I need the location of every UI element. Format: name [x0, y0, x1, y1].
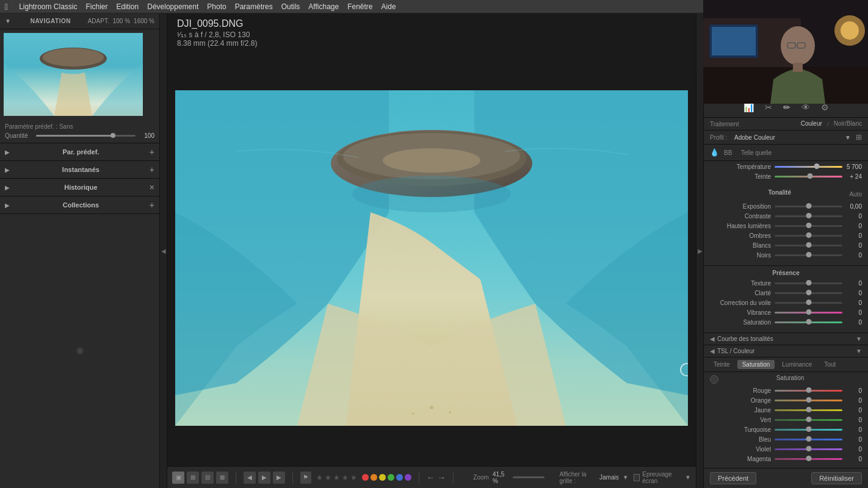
tsl-tab-luminance[interactable]: Luminance [777, 360, 817, 369]
settings-icon[interactable]: ⚙ [821, 102, 829, 112]
menu-affichage[interactable]: Affichage [308, 2, 339, 11]
temperature-track[interactable] [775, 166, 842, 168]
section-historique-header[interactable]: ▶ Historique × [0, 179, 159, 196]
correction-voile-thumb[interactable] [806, 300, 811, 305]
bleu-thumb[interactable] [806, 436, 811, 442]
menu-outils[interactable]: Outils [281, 2, 300, 11]
texture-track[interactable] [775, 282, 842, 284]
star1[interactable]: ★ [316, 473, 323, 482]
clarte-thumb[interactable] [806, 290, 811, 295]
par-predef-add[interactable]: + [150, 147, 154, 157]
blancs-track[interactable] [775, 245, 842, 246]
right-panel-collapse[interactable]: ▶ [696, 13, 703, 488]
precedent-button[interactable]: Précédent [710, 472, 756, 484]
tsl-tab-saturation[interactable]: Saturation [737, 360, 775, 369]
star2[interactable]: ★ [325, 473, 331, 482]
vibrance-thumb[interactable] [806, 309, 811, 315]
tint-track[interactable] [775, 176, 842, 178]
next-photo-icon[interactable]: ▶ [258, 472, 270, 484]
contraste-track[interactable] [775, 215, 842, 217]
color-red[interactable] [362, 474, 369, 481]
star5[interactable]: ★ [350, 473, 357, 482]
rouge-track[interactable] [775, 390, 842, 392]
color-yellow[interactable] [379, 474, 386, 481]
noirs-thumb[interactable] [806, 252, 811, 257]
quantity-slider[interactable] [36, 135, 136, 137]
loupe-view-icon[interactable]: ▣ [172, 472, 184, 484]
zoom2-value[interactable]: 1600 % [134, 18, 154, 24]
clarte-track[interactable] [775, 292, 842, 294]
historique-close[interactable]: × [150, 182, 154, 192]
menu-fenetre[interactable]: Fenêtre [347, 2, 372, 11]
instantanes-add[interactable]: + [150, 165, 154, 174]
prev-arrow[interactable]: ← [426, 473, 435, 483]
menu-developpement[interactable]: Développement [147, 2, 198, 11]
profile-grid-icon[interactable]: ⊞ [856, 133, 862, 142]
magenta-thumb[interactable] [806, 456, 811, 461]
tsl-header[interactable]: ◀ TSL / Couleur ▼ [704, 345, 868, 357]
violet-track[interactable] [775, 448, 842, 450]
proof-dropdown-icon[interactable]: ▼ [685, 474, 691, 481]
grid-value[interactable]: Jamais [599, 474, 619, 481]
texture-thumb[interactable] [806, 280, 811, 285]
saturation-track[interactable] [775, 321, 842, 323]
vibrance-track[interactable] [775, 312, 842, 314]
violet-thumb[interactable] [806, 446, 811, 451]
grid-dropdown-icon[interactable]: ▼ [623, 474, 629, 481]
hautes-lumieres-thumb[interactable] [806, 223, 811, 228]
star3[interactable]: ★ [333, 473, 340, 482]
contraste-thumb[interactable] [806, 213, 811, 218]
wb-eyedropper-icon[interactable]: 💧 [710, 148, 719, 157]
play-icon[interactable]: ▶ [273, 472, 285, 484]
menu-parametres[interactable]: Paramètres [235, 2, 273, 11]
zoom1-value[interactable]: 100 % [113, 18, 130, 24]
exposition-thumb[interactable] [806, 203, 811, 209]
bleu-track[interactable] [775, 439, 842, 440]
magenta-track[interactable] [775, 458, 842, 460]
tonality-auto-btn[interactable]: Auto [849, 191, 862, 198]
survey-view-icon[interactable]: ⊠ [216, 472, 228, 484]
histogram-icon[interactable]: 📊 [743, 102, 754, 112]
noirs-track[interactable] [775, 254, 842, 256]
menu-lightroom[interactable]: Lightroom Classic [19, 2, 77, 11]
profile-dropdown-icon[interactable]: ▼ [845, 134, 851, 141]
crop-icon[interactable]: ✂ [765, 102, 772, 112]
prev-photo-icon[interactable]: ◀ [244, 472, 256, 484]
collections-add[interactable]: + [150, 200, 154, 210]
nav-collapse-arrow[interactable]: ▼ [5, 18, 11, 24]
hautes-lumieres-track[interactable] [775, 225, 842, 227]
turquoise-thumb[interactable] [806, 426, 811, 432]
color-blue[interactable] [396, 474, 403, 481]
zoom-slider[interactable] [513, 476, 544, 478]
exposition-track[interactable] [775, 206, 842, 207]
ombres-thumb[interactable] [806, 232, 811, 238]
photo-container[interactable] [167, 50, 696, 466]
menu-photo[interactable]: Photo [207, 2, 226, 11]
ombres-track[interactable] [775, 235, 842, 237]
color-purple[interactable] [405, 474, 411, 481]
section-instantanes-header[interactable]: ▶ Instantanés + [0, 161, 159, 178]
rouge-thumb[interactable] [806, 387, 811, 393]
tsl-tab-teinte[interactable]: Teinte [709, 360, 735, 369]
vert-track[interactable] [775, 419, 842, 421]
proof-checkbox[interactable] [634, 474, 640, 481]
blancs-thumb[interactable] [806, 242, 811, 248]
eye-icon[interactable]: 👁 [801, 102, 810, 112]
menu-aide[interactable]: Aide [382, 2, 396, 11]
color-green[interactable] [388, 474, 394, 481]
color-orange[interactable] [371, 474, 377, 481]
jaune-track[interactable] [775, 409, 842, 411]
section-collections-header[interactable]: ▶ Collections + [0, 196, 159, 214]
compare-view-icon[interactable]: ⊟ [201, 472, 214, 484]
temperature-thumb[interactable] [814, 163, 819, 169]
apple-menu[interactable]:  [5, 2, 8, 12]
next-arrow[interactable]: → [437, 473, 446, 483]
tsl-eyedropper-icon[interactable] [710, 375, 718, 384]
menu-fichier[interactable]: Fichier [86, 2, 108, 11]
menu-edition[interactable]: Edition [117, 2, 139, 11]
jaune-thumb[interactable] [806, 407, 811, 412]
flag-icon[interactable]: ⚑ [300, 472, 311, 484]
orange-thumb[interactable] [806, 397, 811, 403]
vert-thumb[interactable] [806, 417, 811, 422]
correction-voile-track[interactable] [775, 302, 842, 304]
